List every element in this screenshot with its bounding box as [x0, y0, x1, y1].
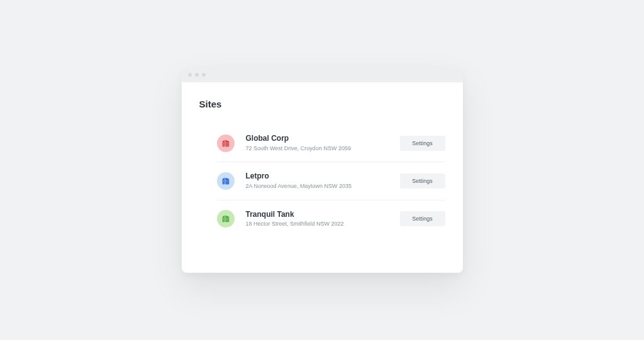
- site-info: Global Corp 72 South West Drive, Croydon…: [246, 134, 400, 152]
- site-address: 18 Hector Street, Smithfield NSW 2022: [246, 220, 400, 228]
- site-address: 2A Norwood Avenue, Maytown NSW 2035: [246, 182, 400, 190]
- settings-button[interactable]: Settings: [400, 173, 445, 189]
- window-control-minimize[interactable]: [195, 73, 199, 77]
- sites-list: Global Corp 72 South West Drive, Croydon…: [199, 124, 445, 238]
- site-avatar: [217, 210, 235, 228]
- site-info: Tranquil Tank 18 Hector Street, Smithfie…: [246, 210, 400, 228]
- site-avatar: [217, 134, 235, 152]
- browser-window: Sites Global Corp 72 South West Drive, C…: [182, 67, 463, 273]
- building-icon: [221, 214, 230, 223]
- site-address: 72 South West Drive, Croydon NSW 2059: [246, 145, 400, 153]
- building-icon: [221, 177, 230, 185]
- site-name: Tranquil Tank: [246, 210, 400, 220]
- site-name: Letpro: [246, 172, 400, 182]
- window-control-maximize[interactable]: [202, 73, 206, 77]
- building-icon: [221, 139, 230, 148]
- site-row: Global Corp 72 South West Drive, Croydon…: [217, 124, 445, 162]
- site-name: Global Corp: [246, 134, 400, 144]
- window-control-close[interactable]: [188, 73, 192, 77]
- site-avatar: [217, 172, 235, 190]
- page-heading: Sites: [199, 99, 445, 109]
- page-content: Sites Global Corp 72 South West Drive, C…: [182, 82, 463, 273]
- settings-button[interactable]: Settings: [400, 136, 445, 151]
- site-info: Letpro 2A Norwood Avenue, Maytown NSW 20…: [246, 172, 400, 190]
- site-row: Letpro 2A Norwood Avenue, Maytown NSW 20…: [217, 162, 445, 200]
- settings-button[interactable]: Settings: [400, 211, 445, 226]
- site-row: Tranquil Tank 18 Hector Street, Smithfie…: [217, 200, 445, 238]
- window-titlebar: [182, 67, 463, 82]
